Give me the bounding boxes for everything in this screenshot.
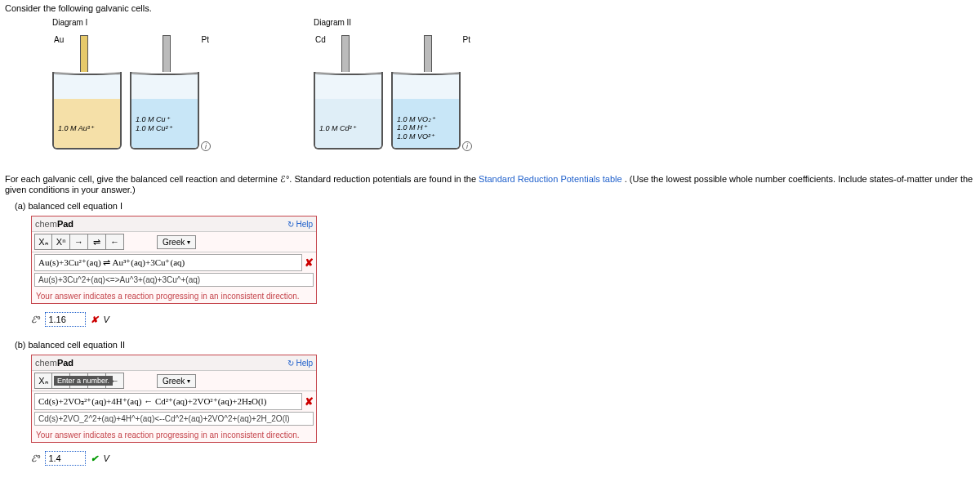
incorrect-icon: ✘ (305, 257, 314, 269)
feedback-a: Your answer indicates a reaction progres… (32, 289, 316, 303)
conc-vo-3: 1.0 M VO²⁺ (397, 132, 434, 141)
emf-unit: V (103, 315, 109, 324)
raw-input-a[interactable]: Au(s)+3Cu^2+(aq)<=>Au^3+(aq)+3Cu^+(aq) (34, 273, 314, 287)
arrow-button[interactable]: → (70, 234, 88, 250)
info-icon[interactable]: i (201, 141, 211, 151)
emf-a-row: ℰ° ✘ V (31, 312, 975, 327)
diagram-2-label: Diagram II (314, 18, 477, 27)
diagram-2: Diagram II Cd 1.0 M Cd²⁺ Pt 1.0 M VO₂⁺ 1… (314, 18, 477, 150)
emf-symbol: ℰ° (31, 315, 40, 325)
subscript-button[interactable]: Xₙ (34, 373, 52, 389)
emf-b-input[interactable] (45, 451, 86, 466)
electrode-label-pt-2: Pt (463, 35, 470, 44)
chempad-b: chemPad Help Xₙ Enter a number. → ⇌ ← Gr… (31, 355, 317, 443)
chempad-toolbar: Xₙ Xⁿ → ⇌ ← Greek (32, 232, 316, 252)
conc-cu-1: 1.0 M Cu⁺ (136, 115, 170, 123)
question-prompt: Consider the following galvanic cells. (5, 3, 975, 13)
help-link[interactable]: Help (287, 359, 313, 368)
greek-dropdown[interactable]: Greek (157, 374, 196, 388)
conc-vo-1: 1.0 M VO₂⁺ (397, 115, 435, 123)
superscript-button[interactable]: Enter a number. (52, 373, 70, 389)
diagram-1-label: Diagram I (52, 18, 216, 27)
chempad-toolbar: Xₙ Enter a number. → ⇌ ← Greek (32, 371, 316, 391)
instruction-text: For each galvanic cell, give the balance… (5, 174, 975, 194)
beaker-1-left: 1.0 M Au³⁺ (52, 72, 122, 150)
back-arrow-button[interactable]: ← (106, 234, 124, 250)
diagram-row: Diagram I Au 1.0 M Au³⁺ Pt 1.0 M Cu⁺ 1.0… (52, 18, 975, 150)
electrode-label-cd: Cd (315, 35, 326, 44)
chempad-title: chemPad (35, 358, 74, 368)
emf-symbol: ℰ° (31, 453, 40, 464)
incorrect-icon: ✘ (91, 315, 98, 325)
incorrect-icon: ✘ (305, 395, 314, 408)
conc-vo: 1.0 M VO₂⁺ 1.0 M H⁺ 1.0 M VO²⁺ (397, 115, 435, 141)
conc-cu: 1.0 M Cu⁺ 1.0 M Cu²⁺ (136, 115, 172, 133)
reduction-table-link[interactable]: Standard Reduction Potentials table (479, 174, 622, 184)
beaker-2-left: 1.0 M Cd²⁺ (314, 72, 383, 150)
superscript-tooltip: Enter a number. (54, 376, 113, 386)
conc-cu-2: 1.0 M Cu²⁺ (136, 124, 172, 132)
part-a-label: (a) balanced cell equation I (15, 201, 975, 211)
correct-icon: ✔ (91, 453, 98, 464)
instruction-pre: For each galvanic cell, give the balance… (5, 174, 479, 184)
part-b-label: (b) balanced cell equation II (15, 340, 975, 350)
beaker-2-right: 1.0 M VO₂⁺ 1.0 M H⁺ 1.0 M VO²⁺ (391, 72, 461, 150)
info-icon[interactable]: i (462, 141, 472, 151)
emf-a-input[interactable] (45, 312, 86, 327)
conc-cd: 1.0 M Cd²⁺ (319, 124, 356, 133)
emf-b-row: ℰ° ✔ V (31, 451, 975, 466)
rendered-equation-b[interactable]: Cd(s)+2VO₂²⁺(aq)+4H⁺(aq) ← Cd²⁺(aq)+2VO²… (34, 393, 302, 410)
superscript-button[interactable]: Xⁿ (52, 234, 70, 250)
electrode-label-pt-1: Pt (202, 35, 209, 44)
subscript-button[interactable]: Xₙ (34, 234, 52, 250)
raw-input-b[interactable]: Cd(s)+2VO_2^2+(aq)+4H^+(aq)<--Cd^2+(aq)+… (34, 412, 314, 426)
conc-au: 1.0 M Au³⁺ (58, 124, 94, 133)
diagram-1: Diagram I Au 1.0 M Au³⁺ Pt 1.0 M Cu⁺ 1.0… (52, 18, 216, 150)
feedback-b: Your answer indicates a reaction progres… (32, 428, 316, 442)
conc-vo-2: 1.0 M H⁺ (397, 123, 427, 132)
beaker-1-right: 1.0 M Cu⁺ 1.0 M Cu²⁺ (130, 72, 199, 150)
electrode-label-au: Au (54, 35, 64, 44)
emf-unit: V (103, 453, 109, 463)
chempad-title: chemPad (35, 219, 74, 229)
help-link[interactable]: Help (287, 220, 313, 229)
equilibrium-button[interactable]: ⇌ (88, 234, 106, 250)
greek-dropdown[interactable]: Greek (157, 235, 196, 249)
rendered-equation-a[interactable]: Au(s)+3Cu²⁺(aq) ⇌ Au³⁺(aq)+3Cu⁺(aq) (34, 254, 302, 271)
chempad-a: chemPad Help Xₙ Xⁿ → ⇌ ← Greek Au(s)+3Cu… (31, 216, 317, 304)
